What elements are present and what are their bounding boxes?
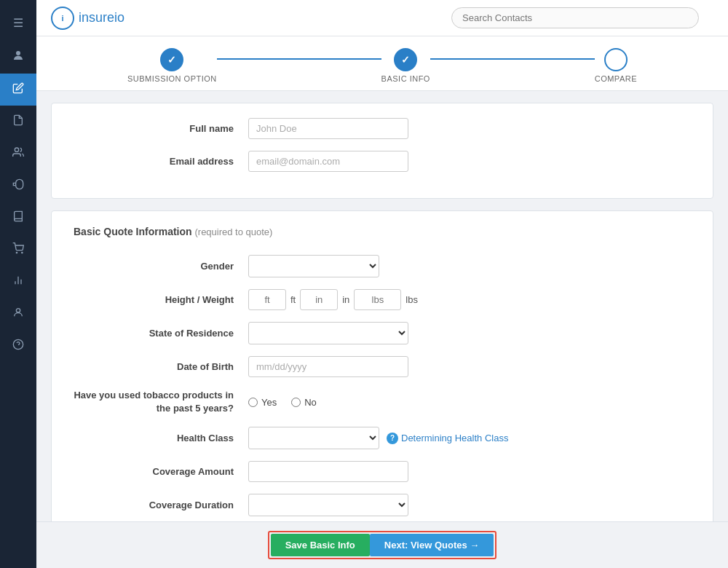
gender-select[interactable]: Male Female — [248, 255, 379, 277]
section-subtitle: (required to quote) — [194, 226, 272, 237]
action-buttons-container: Save Basic Info Next: View Quotes → — [268, 531, 497, 559]
search-container — [451, 7, 699, 28]
full-name-label: Full name — [74, 123, 248, 134]
document-icon — [12, 114, 24, 129]
sidebar-item-megaphone[interactable] — [0, 170, 36, 202]
step-line-2 — [430, 58, 595, 60]
step-basic-info: ✓ BASIC INFO — [381, 48, 430, 83]
state-select[interactable]: AlabamaAlaskaArizona CaliforniaColoradoF… — [248, 322, 408, 344]
profile-icon — [12, 307, 24, 321]
sidebar: ☰ — [0, 0, 36, 568]
topbar: i insureio — [36, 0, 728, 36]
stepper: ✓ SUBMISSION OPTION ✓ BASIC INFO COMPARE — [127, 48, 637, 83]
chart-icon — [12, 275, 24, 289]
basic-quote-card: Basic Quote Information (required to quo… — [51, 210, 713, 568]
email-row: Email address — [74, 151, 691, 172]
step-label-2: BASIC INFO — [381, 74, 430, 83]
step-circle-1: ✓ — [160, 48, 183, 71]
health-class-label: Health Class — [74, 433, 248, 443]
health-class-row: Health Class Preferred Plus Preferred St… — [74, 427, 691, 449]
sidebar-item-dashboard[interactable] — [0, 40, 36, 74]
height-weight-row: Height / Weight ft in lbs — [74, 289, 691, 310]
edit-icon — [12, 82, 24, 97]
tobacco-yes-label[interactable]: Yes — [248, 397, 277, 408]
help-icon — [12, 339, 24, 353]
coverage-duration-select[interactable]: 10 Years 15 Years 20 Years 30 Years — [248, 494, 408, 516]
email-input[interactable] — [248, 151, 408, 172]
height-weight-label: Height / Weight — [74, 294, 248, 305]
step-circle-3 — [604, 48, 628, 71]
search-input[interactable] — [451, 7, 699, 28]
logo-icon: i — [51, 7, 74, 30]
step-line-1 — [217, 58, 381, 60]
sidebar-menu-toggle[interactable]: ☰ — [0, 7, 36, 39]
dob-input[interactable] — [248, 356, 408, 377]
sidebar-item-book[interactable] — [0, 202, 36, 234]
basic-quote-header: Basic Quote Information (required to quo… — [74, 226, 691, 243]
sidebar-item-team[interactable] — [0, 138, 36, 170]
tobacco-label: Have you used tobacco products in the pa… — [74, 389, 248, 415]
sidebar-item-profile[interactable] — [0, 298, 36, 330]
state-row: State of Residence AlabamaAlaskaArizona … — [74, 322, 691, 344]
svg-point-2 — [16, 252, 17, 253]
tobacco-yes-radio[interactable] — [248, 398, 258, 407]
next-view-quotes-button[interactable]: Next: View Quotes → — [370, 534, 494, 556]
info-icon: ? — [387, 433, 398, 444]
coverage-duration-row: Coverage Duration 10 Years 15 Years 20 Y… — [74, 494, 691, 516]
gender-label: Gender — [74, 261, 248, 272]
gender-row: Gender Male Female — [74, 255, 691, 277]
svg-point-3 — [22, 252, 23, 253]
step-submission-option: ✓ SUBMISSION OPTION — [127, 48, 217, 83]
email-label: Email address — [74, 156, 248, 167]
svg-point-1 — [15, 148, 18, 151]
tobacco-no-radio[interactable] — [291, 398, 301, 407]
in-unit-label: in — [342, 294, 349, 305]
tobacco-no-label[interactable]: No — [291, 397, 317, 408]
tobacco-radio-group: Yes No — [248, 397, 317, 408]
state-label: State of Residence — [74, 328, 248, 339]
sidebar-item-edit[interactable] — [0, 74, 36, 106]
svg-point-7 — [16, 309, 20, 312]
full-name-row: Full name — [74, 118, 691, 139]
tobacco-row: Have you used tobacco products in the pa… — [74, 389, 691, 415]
stepper-area: ✓ SUBMISSION OPTION ✓ BASIC INFO COMPARE — [36, 36, 728, 91]
coverage-duration-label: Coverage Duration — [74, 500, 248, 510]
sidebar-item-cart[interactable] — [0, 234, 36, 266]
step-label-3: COMPARE — [595, 74, 637, 83]
logo-text: insureio — [79, 10, 124, 25]
save-basic-info-button[interactable]: Save Basic Info — [271, 534, 370, 556]
team-icon — [12, 146, 25, 161]
cart-icon — [12, 242, 24, 257]
health-class-help-link[interactable]: ? Determining Health Class — [387, 433, 508, 444]
svg-point-0 — [16, 51, 20, 55]
full-name-input[interactable] — [248, 118, 408, 139]
step-compare: COMPARE — [595, 48, 637, 83]
book-icon — [12, 210, 24, 225]
step-circle-2: ✓ — [394, 48, 417, 71]
content-area: Full name Email address Basic Quote Info… — [36, 91, 728, 568]
sidebar-item-documents[interactable] — [0, 106, 36, 138]
step-label-1: SUBMISSION OPTION — [127, 74, 217, 83]
coverage-amount-label: Coverage Amount — [74, 466, 248, 477]
logo-area: i insureio — [51, 7, 124, 30]
height-weight-group: ft in lbs — [248, 289, 418, 310]
coverage-amount-input[interactable] — [248, 461, 408, 482]
lbs-unit-label: lbs — [405, 294, 418, 305]
coverage-amount-row: Coverage Amount — [74, 461, 691, 482]
height-ft-input[interactable] — [248, 289, 286, 310]
megaphone-icon — [12, 178, 24, 193]
sidebar-item-help[interactable] — [0, 330, 36, 362]
main-area: i insureio ✓ SUBMISSION OPTION ✓ BASIC I… — [36, 0, 728, 568]
weight-lbs-input[interactable] — [354, 289, 401, 310]
sidebar-item-chart[interactable] — [0, 266, 36, 298]
ft-unit-label: ft — [290, 294, 296, 305]
personal-info-card: Full name Email address — [51, 103, 713, 199]
health-class-select[interactable]: Preferred Plus Preferred Standard Plus S… — [248, 427, 379, 449]
dob-row: Date of Birth — [74, 356, 691, 377]
dashboard-icon — [12, 49, 25, 65]
dob-label: Date of Birth — [74, 361, 248, 372]
bottom-bar: Save Basic Info Next: View Quotes → — [36, 521, 728, 568]
height-in-input[interactable] — [300, 289, 338, 310]
menu-icon: ☰ — [13, 16, 23, 30]
